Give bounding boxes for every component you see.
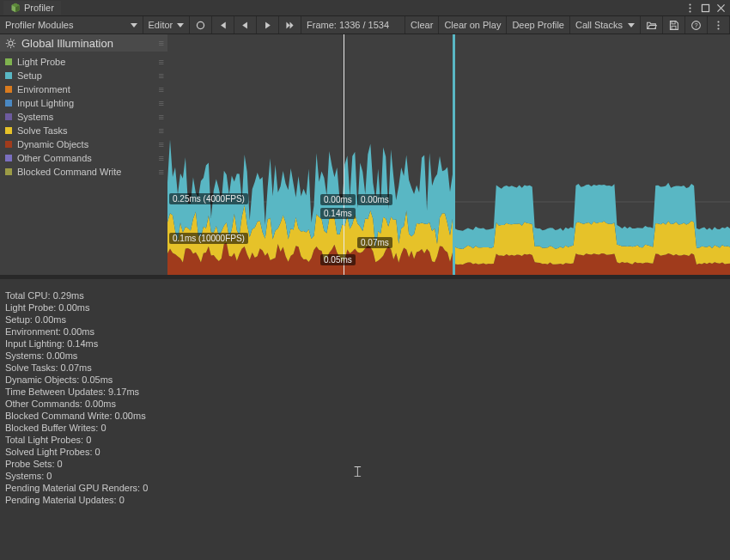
maximize-icon[interactable] (699, 2, 711, 14)
legend-label: Blocked Command Write (17, 167, 121, 177)
legend-item[interactable]: Solve Tasks≡ (0, 124, 167, 137)
details-pane: Total CPU: 0.29msLight Probe: 0.00msSetu… (0, 279, 730, 560)
frame-last-button[interactable] (279, 16, 301, 33)
clear-button[interactable]: Clear (405, 16, 439, 33)
deep-profile-button[interactable]: Deep Profile (507, 16, 570, 33)
grip-icon[interactable]: ≡ (159, 57, 162, 67)
color-swatch (5, 113, 12, 120)
color-swatch (5, 127, 12, 134)
detail-line: Blocked Command Write: 0.00ms (5, 410, 725, 422)
profiler-modules-dropdown[interactable]: Profiler Modules (0, 16, 143, 33)
svg-point-4 (198, 21, 204, 28)
grip-icon[interactable]: ≡ (159, 84, 162, 94)
toolbar: Profiler Modules Editor Frame: 1336 / 15… (0, 16, 730, 34)
value-label: 0.00ms (357, 194, 392, 205)
frame-next-button[interactable] (257, 16, 279, 33)
gridline-label: 0.1ms (10000FPS) (169, 233, 248, 244)
module-header[interactable]: Global Illumination ≡ (0, 34, 167, 52)
kebab-icon (713, 20, 724, 31)
frame-cursor[interactable] (344, 34, 344, 275)
grip-icon[interactable]: ≡ (159, 98, 162, 108)
legend-label: Solve Tasks (17, 125, 68, 136)
grip-icon[interactable]: ≡ (159, 153, 162, 163)
frame-first-button[interactable] (212, 16, 234, 33)
grip-icon[interactable]: ≡ (159, 167, 162, 177)
detail-line: Solved Light Probes: 0 (5, 446, 725, 458)
legend-item[interactable]: Light Probe≡ (0, 55, 167, 69)
clear-on-play-label: Clear on Play (444, 20, 501, 30)
profiler-modules-label: Profiler Modules (5, 20, 73, 30)
svg-line-18 (13, 46, 14, 46)
prev-icon (240, 20, 251, 31)
grip-icon[interactable]: ≡ (159, 139, 162, 149)
legend-item[interactable]: Blocked Command Write≡ (0, 165, 167, 179)
legend-item[interactable]: Other Commands≡ (0, 151, 167, 165)
frame-label: Frame: 1336 / 1534 (307, 20, 389, 30)
detail-line: Environment: 0.00ms (5, 326, 725, 338)
close-icon[interactable] (715, 2, 727, 14)
profiler-icon (10, 3, 21, 13)
frame-prev-button[interactable] (234, 16, 257, 33)
grip-icon[interactable]: ≡ (159, 38, 162, 48)
detail-line: Other Commands: 0.00ms (5, 398, 725, 410)
svg-point-10 (717, 24, 719, 26)
save-icon (668, 20, 679, 31)
legend: Light Probe≡Setup≡Environment≡Input Ligh… (0, 52, 167, 179)
color-swatch (5, 141, 12, 148)
detail-line: Blocked Buffer Writes: 0 (5, 422, 725, 434)
legend-item[interactable]: Dynamic Objects≡ (0, 137, 167, 151)
legend-item[interactable]: Environment≡ (0, 82, 167, 96)
svg-point-1 (689, 7, 690, 9)
load-button[interactable] (641, 16, 663, 33)
svg-point-9 (717, 21, 719, 22)
legend-label: Environment (17, 84, 70, 94)
window-tab[interactable]: Profiler (3, 1, 61, 15)
detail-line: Input Lighting: 0.14ms (5, 338, 725, 350)
folder-open-icon (646, 20, 657, 31)
svg-point-12 (9, 41, 13, 46)
grip-icon[interactable]: ≡ (159, 70, 162, 81)
detail-line: Light Probe: 0.00ms (5, 301, 725, 313)
record-button[interactable] (190, 16, 212, 33)
save-button[interactable] (663, 16, 685, 33)
detail-line: Time Between Updates: 9.17ms (5, 386, 725, 398)
grip-icon[interactable]: ≡ (159, 112, 162, 122)
text-cursor-icon: 𝙸 (352, 463, 363, 481)
legend-item[interactable]: Setup≡ (0, 69, 167, 82)
svg-rect-23 (453, 34, 455, 275)
legend-label: Other Commands (17, 153, 92, 163)
window-title: Profiler (24, 3, 54, 13)
frame-readout: Frame: 1336 / 1534 (301, 16, 405, 33)
editor-dropdown[interactable]: Editor (143, 16, 191, 33)
legend-item[interactable]: Input Lighting≡ (0, 96, 167, 110)
next-icon (262, 20, 273, 31)
chevron-down-icon (177, 23, 184, 27)
legend-label: Systems (17, 112, 53, 122)
kebab-icon[interactable] (684, 2, 696, 14)
legend-label: Light Probe (17, 57, 65, 67)
skip-first-icon (217, 20, 228, 31)
color-swatch (5, 168, 12, 175)
color-swatch (5, 72, 12, 79)
grip-icon[interactable]: ≡ (159, 125, 162, 136)
editor-label: Editor (149, 20, 173, 30)
color-swatch (5, 100, 12, 107)
context-menu-button[interactable] (708, 16, 730, 33)
record-icon (195, 20, 206, 31)
call-stacks-dropdown[interactable]: Call Stacks (570, 16, 641, 33)
detail-line: Setup: 0.00ms (5, 313, 725, 326)
help-button[interactable]: ? (685, 16, 708, 33)
skip-last-icon (284, 20, 295, 31)
svg-line-17 (7, 40, 8, 40)
color-swatch (5, 58, 12, 65)
clear-on-play-button[interactable]: Clear on Play (439, 16, 507, 33)
value-label: 0.05ms (320, 254, 356, 265)
help-icon: ? (690, 20, 702, 31)
detail-line: Pending Material Updates: 0 (5, 494, 725, 506)
color-swatch (5, 155, 12, 161)
legend-label: Dynamic Objects (17, 139, 88, 149)
svg-point-11 (717, 27, 719, 29)
chart[interactable]: 0.25ms (4000FPS) 0.1ms (10000FPS) 0.00ms… (167, 34, 730, 275)
sidebar: Global Illumination ≡ Light Probe≡Setup≡… (0, 34, 167, 275)
legend-item[interactable]: Systems≡ (0, 110, 167, 124)
